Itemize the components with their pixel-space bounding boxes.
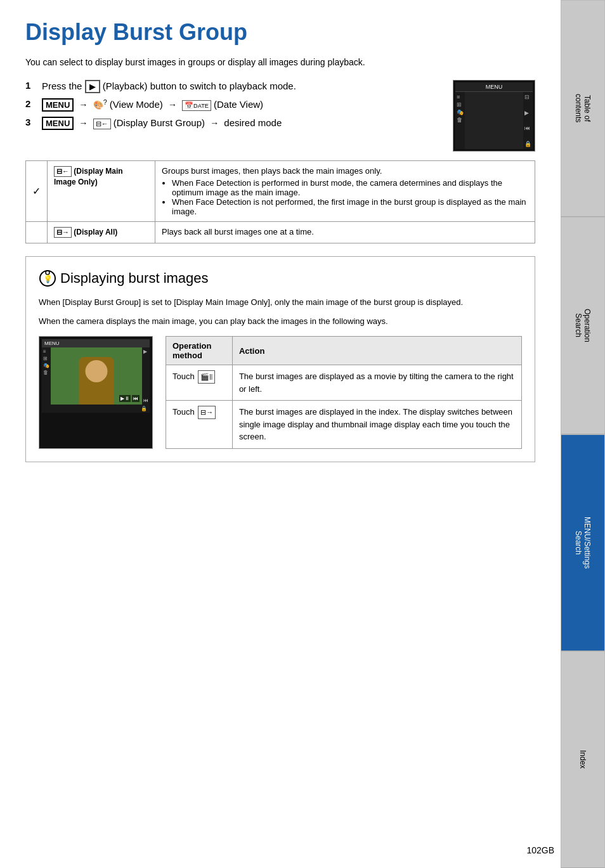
sidebar-tab-op-label: OperationSearch xyxy=(574,309,592,342)
burst-section-title: 💡 Displaying burst images xyxy=(39,269,522,287)
sidebar-tab-menu-label: MENU/SettingsSearch xyxy=(574,517,592,569)
prev-icon-3: 🎭 xyxy=(43,363,49,368)
prev-ctrl-play: ▶⏸ xyxy=(119,395,131,402)
steps-list: 1 Press the ▶ (Playback) button to switc… xyxy=(25,80,440,135)
camera-screen-area xyxy=(465,92,523,149)
display-burst-icon: ⊟← xyxy=(93,119,111,129)
burst-para-2: When the camera displays the main image,… xyxy=(39,315,522,328)
table-row-display-all: ⊟→ (Display All) Plays back all burst im… xyxy=(26,222,535,243)
table-cell-method-1: Touch 🎬|| xyxy=(166,365,233,401)
sidebar-tab-index-label: Index xyxy=(578,750,587,768)
step-2-content: MENU → 🎨? (View Mode) → 📅DATE (Date View… xyxy=(42,98,440,112)
sidebar: Table ofcontents OperationSearch MENU/Se… xyxy=(561,0,605,868)
bullet-1: When Face Detection is performed in burs… xyxy=(172,178,528,197)
operation-table-body: Touch 🎬|| The burst images are displayed… xyxy=(166,365,522,449)
index-icon: ⊟→ xyxy=(198,406,216,419)
menu-box-2: MENU xyxy=(42,98,74,112)
arrow-2b: → xyxy=(168,100,177,110)
step-3-content: MENU → ⊟← (Display Burst Group) → desire… xyxy=(42,117,440,130)
cam-r-icon-3: ⏮ xyxy=(524,125,531,131)
burst-bottom-area: MENU ≡ ⊞ 🎭 🗑 xyxy=(39,336,522,449)
camera-right-icons: ⊟ ▶ ⏮ 🔒 xyxy=(523,92,533,149)
display-main-bullets: When Face Detection is performed in burs… xyxy=(162,178,528,216)
table-cell-all-desc: Plays back all burst images one at a tim… xyxy=(155,222,535,243)
burst-para-1: When [Display Burst Group] is set to [Di… xyxy=(39,296,522,309)
checkmark-icon: ✓ xyxy=(32,186,41,197)
main-content: Display Burst Group You can select to di… xyxy=(0,0,561,500)
operation-table: Operation method Action Touch 🎬|| The bu… xyxy=(166,336,522,449)
step-1-number: 1 xyxy=(25,80,36,91)
mode-table: ✓ ⊟← (Display MainImage Only) Groups bur… xyxy=(25,160,535,243)
sidebar-tab-toc[interactable]: Table ofcontents xyxy=(561,0,605,217)
col-action: Action xyxy=(232,337,521,365)
svg-text:💡: 💡 xyxy=(43,274,53,283)
col-method: Operation method xyxy=(166,337,233,365)
touch-label-1: Touch xyxy=(172,372,197,381)
prev-icon-4: 🗑 xyxy=(43,370,49,375)
preview-face xyxy=(86,360,108,382)
preview-controls: ▶⏸ ⏮ xyxy=(119,395,140,402)
prev-r-icon-1: ▶ xyxy=(143,349,148,354)
action-desc-1: The burst images are displayed as a movi… xyxy=(239,372,514,394)
table-cell-icon-main: ⊟← (Display MainImage Only) xyxy=(48,161,155,222)
steps-section: 1 Press the ▶ (Playback) button to switc… xyxy=(25,80,535,152)
touch-label-2: Touch xyxy=(172,407,197,417)
step-1-content: Press the ▶ (Playback) button to switch … xyxy=(42,80,440,93)
display-main-desc: Groups burst images, then plays back the… xyxy=(162,166,382,176)
operation-table-header-row: Operation method Action xyxy=(166,337,522,365)
cam-r-icon-2: ▶ xyxy=(524,110,531,116)
page-title: Display Burst Group xyxy=(25,19,535,46)
display-all-desc: Plays back all burst images one at a tim… xyxy=(162,227,314,236)
burst-section-title-text: Displaying burst images xyxy=(60,270,209,287)
arrow-3b: → xyxy=(210,118,219,128)
display-all-icon-box: ⊟→ xyxy=(54,227,72,238)
preview-bottom-bar: 🔒 xyxy=(42,405,150,413)
step-1: 1 Press the ▶ (Playback) button to switc… xyxy=(25,80,440,93)
display-main-icon: ⊟← (Display MainImage Only) xyxy=(54,167,123,186)
prev-icon-1: ≡ xyxy=(43,349,49,354)
cam-icon-1: ≡ xyxy=(457,94,464,100)
table-cell-action-1: The burst images are displayed as a movi… xyxy=(232,365,521,401)
intro-text: You can select to display burst images i… xyxy=(25,57,535,67)
camera-preview: MENU ≡ ⊞ 🎭 🗑 xyxy=(39,336,153,449)
display-all-label: (Display All) xyxy=(74,228,117,236)
date-view-icon: 📅DATE xyxy=(182,100,211,111)
preview-top-bar: MENU xyxy=(42,339,150,347)
cam-icon-4: 🗑 xyxy=(457,117,464,123)
table-cell-action-2: The burst images are displayed in the in… xyxy=(232,401,521,449)
sidebar-tab-index[interactable]: Index xyxy=(561,651,605,868)
playback-button-icon: ▶ xyxy=(85,80,100,93)
step-3-number: 3 xyxy=(25,117,36,127)
cam-r-icon-1: ⊟ xyxy=(524,94,531,100)
burst-section: 💡 Displaying burst images When [Display … xyxy=(25,256,535,462)
display-main-icon-box: ⊟← xyxy=(54,166,72,177)
cam-r-icon-4: 🔒 xyxy=(524,141,531,147)
prev-icon-2: ⊞ xyxy=(43,356,49,361)
arrow-3a: → xyxy=(79,118,88,128)
camera-menu-label: MENU xyxy=(455,82,533,92)
table-cell-main-desc: Groups burst images, then plays back the… xyxy=(155,161,535,222)
table-row-display-main: ✓ ⊟← (Display MainImage Only) Groups bur… xyxy=(26,161,535,222)
step-2: 2 MENU → 🎨? (View Mode) → 📅DATE (Date Vi… xyxy=(25,98,440,112)
step-3: 3 MENU → ⊟← (Display Burst Group) → desi… xyxy=(25,117,440,130)
preview-image: ▶⏸ ⏮ xyxy=(51,347,142,405)
preview-right-icons: ▶ ⏮ xyxy=(142,347,150,405)
tip-icon: 💡 xyxy=(39,269,56,287)
table-row-touch-movie: Touch 🎬|| The burst images are displayed… xyxy=(166,365,522,401)
sidebar-tab-operation[interactable]: OperationSearch xyxy=(561,217,605,434)
sidebar-tab-toc-label: Table ofcontents xyxy=(574,94,592,122)
preview-left-icons: ≡ ⊞ 🎭 🗑 xyxy=(42,347,51,405)
display-all-icon: ⊟→ (Display All) xyxy=(54,228,117,236)
movie-icon: 🎬|| xyxy=(198,370,215,384)
table-cell-method-2: Touch ⊟→ xyxy=(166,401,233,449)
preview-body: ≡ ⊞ 🎭 🗑 ▶⏸ ⏮ xyxy=(42,347,150,405)
menu-box-3: MENU xyxy=(42,117,74,130)
sidebar-tab-menu[interactable]: MENU/SettingsSearch xyxy=(561,434,605,651)
operation-table-head: Operation method Action xyxy=(166,337,522,365)
arrow-2a: → xyxy=(79,100,88,110)
prev-lock-icon: 🔒 xyxy=(141,406,147,411)
cam-icon-2: ⊞ xyxy=(457,101,464,108)
table-cell-check: ✓ xyxy=(26,161,48,222)
table-cell-icon-all: ⊟→ (Display All) xyxy=(48,222,155,243)
prev-r-icon-2: ⏮ xyxy=(143,398,148,403)
